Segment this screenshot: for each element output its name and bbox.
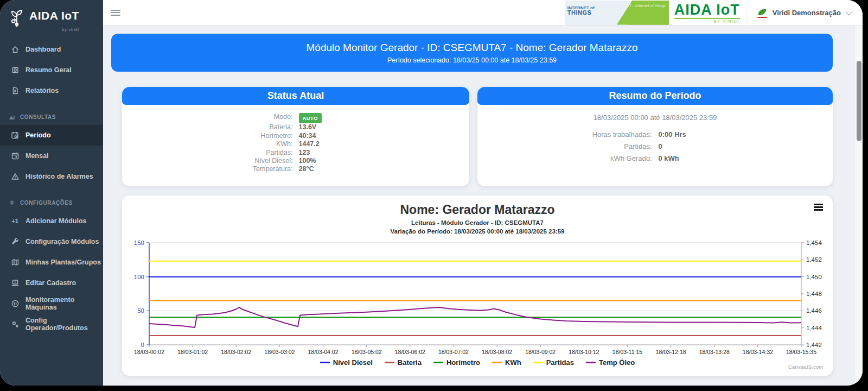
sidebar-item-label: Configuração Módulos xyxy=(25,238,99,245)
svg-text:18/03-13:28: 18/03-13:28 xyxy=(699,349,730,355)
chart-subtitle-2: Variação do Período: 18/03/2025 00:00 at… xyxy=(122,228,833,235)
svg-text:18/03-04:02: 18/03-04:02 xyxy=(308,349,339,355)
legend-swatch xyxy=(320,362,330,363)
sidebar-item-dashboard[interactable]: Dashboard xyxy=(0,39,103,60)
svg-text:18/03-03:02: 18/03-03:02 xyxy=(264,349,295,355)
chart-subtitle-1: Leituras - Módulo Gerador - ID: CSEGMUTA… xyxy=(122,219,833,226)
sidebar-item-configuracao-modulos[interactable]: Configuração Módulos xyxy=(0,231,103,252)
plus-one-icon: +1 xyxy=(10,217,20,226)
chart-legend: Nível DieselBateriaHorímetroKWhPartidasT… xyxy=(122,358,833,367)
svg-text:1,446: 1,446 xyxy=(806,307,822,314)
sidebar-item-label: Mensal xyxy=(25,152,48,160)
sidebar-item-resumo-geral[interactable]: Resumo Geral xyxy=(0,60,103,80)
sidebar-item-historico-alarmes[interactable]: Histórico de Alarmes xyxy=(0,166,103,187)
svg-text:18/03-10:12: 18/03-10:12 xyxy=(569,349,599,355)
sidebar-item-label: Período xyxy=(25,131,51,139)
status-row: KWh:1447.2 xyxy=(122,140,469,148)
svg-text:100: 100 xyxy=(134,274,144,280)
legend-label: Nível Diesel xyxy=(333,358,373,367)
main-content: Módulo Monitor Gerador - ID: CSEGMUTA7 -… xyxy=(103,26,855,386)
svg-text:18/03-08:02: 18/03-08:02 xyxy=(482,349,512,355)
svg-text:1,450: 1,450 xyxy=(806,274,822,280)
calendar-icon xyxy=(10,152,20,161)
sidebar-section-label: CONSULTAS xyxy=(20,114,56,120)
user-menu[interactable]: Viridi Demonstração xyxy=(748,8,863,18)
iot-banner-caption: IoT - Internet of things xyxy=(626,4,666,8)
legend-label: Temp Óleo xyxy=(599,358,635,367)
svg-text:18/03-11:15: 18/03-11:15 xyxy=(612,349,642,355)
chart-title: Nome: Gerador Matarazzo xyxy=(122,203,833,217)
mode-badge: AUTO xyxy=(299,113,322,123)
legend-item-bateria[interactable]: Bateria xyxy=(385,358,422,367)
chevron-down-icon xyxy=(846,8,853,15)
vertical-scrollbar[interactable] xyxy=(857,61,861,141)
legend-item-n-vel-diesel[interactable]: Nível Diesel xyxy=(320,358,373,367)
gear-icon xyxy=(9,199,16,206)
user-name: Viridi Demonstração xyxy=(773,9,841,17)
laptop-icon xyxy=(10,279,20,288)
status-card: Status Atual Modo:AUTO Bateria:13.6V Hor… xyxy=(122,87,469,186)
iot-things-banner-image: INTERNET of THINGS IoT - Internet of thi… xyxy=(565,1,669,25)
svg-text:18/03-02:02: 18/03-02:02 xyxy=(221,349,251,355)
viridi-leaf-icon xyxy=(757,8,768,18)
module-title-banner: Módulo Monitor Gerador - ID: CSEGMUTA7 -… xyxy=(111,34,833,72)
chart-menu-button[interactable] xyxy=(814,204,823,212)
svg-text:1,452: 1,452 xyxy=(806,256,822,263)
scrollbar-track[interactable] xyxy=(855,26,863,386)
sidebar-section-configuracoes: CONFIGURAÇÕES xyxy=(0,194,103,211)
sidebar-section-label: CONFIGURAÇÕES xyxy=(20,200,73,206)
calendar-clock-icon xyxy=(10,131,20,140)
sidebar-item-label: Dashboard xyxy=(25,46,61,53)
svg-text:50: 50 xyxy=(137,307,144,314)
svg-text:18/03-15:35: 18/03-15:35 xyxy=(786,349,816,355)
svg-text:1,444: 1,444 xyxy=(806,325,822,331)
svg-text:18/03-14:32: 18/03-14:32 xyxy=(743,349,773,355)
legend-item-kwh[interactable]: KWh xyxy=(492,358,521,367)
sidebar-item-monitoramento-maquinas[interactable]: Monitoramento Máquinas xyxy=(0,293,103,314)
sidebar-item-minhas-plantas[interactable]: Minhas Plantas/Grupos xyxy=(0,252,103,273)
status-row: Horímetro:40:34 xyxy=(122,132,469,140)
report-icon xyxy=(10,86,20,96)
legend-label: Partidas xyxy=(546,358,574,367)
sidebar-item-config-operador[interactable]: Config Operador/Produtos xyxy=(0,314,103,335)
sidebar-item-mensal[interactable]: Mensal xyxy=(0,146,103,166)
sidebar-item-relatorios[interactable]: Relatórios xyxy=(0,80,103,101)
legend-swatch xyxy=(533,362,543,363)
sidebar-item-label: Relatórios xyxy=(25,87,59,94)
sidebar-logo-title: AIDA IoT by viridi xyxy=(29,9,79,37)
svg-text:1,454: 1,454 xyxy=(806,239,822,246)
legend-item-temp-leo[interactable]: Temp Óleo xyxy=(586,358,635,367)
status-row: Modo:AUTO xyxy=(122,113,469,123)
internet-of-things-wordcloud: INTERNET of THINGS xyxy=(567,5,627,16)
sidebar-item-label: Monitoramento Máquinas xyxy=(25,296,103,311)
legend-label: Bateria xyxy=(398,358,422,367)
svg-text:18/03-00:02: 18/03-00:02 xyxy=(134,349,164,355)
map-icon xyxy=(10,258,20,267)
status-row: Bateria:13.6V xyxy=(122,123,469,131)
sidebar-item-label: Resumo Geral xyxy=(25,66,72,74)
sidebar-item-label: Editar Cadastro xyxy=(25,279,76,287)
legend-item-hor-metro[interactable]: Horímetro xyxy=(433,358,480,367)
summary-icon xyxy=(10,66,20,75)
svg-text:18/03-12:18: 18/03-12:18 xyxy=(656,349,686,355)
selected-period: Período selecionado: 18/03/25 00:00 até … xyxy=(387,56,557,64)
svg-text:18/03-07:02: 18/03-07:02 xyxy=(438,349,469,355)
sidebar-item-periodo[interactable]: Período xyxy=(0,125,103,146)
sidebar-logo[interactable]: AIDA IoT by viridi xyxy=(0,0,103,34)
sidebar-item-editar-cadastro[interactable]: Editar Cadastro xyxy=(0,273,103,293)
svg-text:18/03-05:02: 18/03-05:02 xyxy=(352,349,382,355)
summary-period: 18/03/2025 00:00 até 18/03/2025 23:59 xyxy=(477,113,833,122)
svg-text:1,448: 1,448 xyxy=(806,291,822,297)
sidebar-item-label: Minhas Plantas/Grupos xyxy=(25,258,101,266)
svg-text:18/03-01:02: 18/03-01:02 xyxy=(177,349,208,355)
summary-row: Horas trabalhadas:0:00 Hrs xyxy=(477,129,833,141)
canvasjs-credit[interactable]: CanvasJS.com xyxy=(788,364,823,370)
legend-item-partidas[interactable]: Partidas xyxy=(533,358,574,367)
module-title: Módulo Monitor Gerador - ID: CSEGMUTA7 -… xyxy=(306,42,637,54)
menu-toggle-button[interactable] xyxy=(111,8,120,17)
sidebar-item-adicionar-modulos[interactable]: +1 Adicionar Módulos xyxy=(0,211,103,231)
plant-logo-icon xyxy=(8,7,26,28)
sidebar-section-consultas: CONSULTAS xyxy=(0,109,103,125)
gears-icon xyxy=(10,320,20,329)
wrench-icon xyxy=(10,237,20,247)
